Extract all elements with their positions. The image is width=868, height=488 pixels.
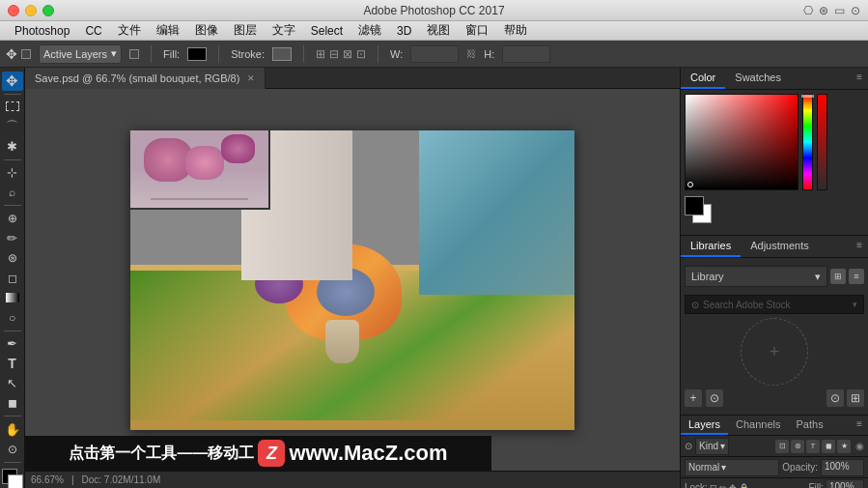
text-tool[interactable]: T xyxy=(2,354,23,373)
lasso-tool[interactable]: ⌒ xyxy=(2,117,23,136)
eyedropper-tool[interactable]: ⌕ xyxy=(2,183,23,202)
brush-tool[interactable]: ✏ xyxy=(2,228,23,247)
stroke-color-swatch[interactable] xyxy=(272,47,292,61)
menu-filter[interactable]: 滤镜 xyxy=(351,21,388,40)
move-tool[interactable]: ✥ xyxy=(2,72,23,91)
tab-close-button[interactable]: ✕ xyxy=(247,73,255,83)
filter-toggle[interactable]: ◉ xyxy=(855,441,864,451)
height-input[interactable] xyxy=(502,45,550,63)
color-picker-controls xyxy=(685,94,864,190)
battery-icon: ▭ xyxy=(834,4,845,17)
tab-libraries[interactable]: Libraries xyxy=(681,236,741,257)
library-icon-2[interactable]: ⊞ xyxy=(847,389,864,407)
pen-tool[interactable]: ✒ xyxy=(2,334,23,354)
close-button[interactable] xyxy=(8,5,19,16)
dodge-tool[interactable]: ○ xyxy=(2,308,23,328)
eraser-tool[interactable]: ◻ xyxy=(2,269,23,288)
filter-type-icon[interactable]: T xyxy=(806,440,820,453)
alpha-slider[interactable] xyxy=(817,94,827,190)
align-center-icon[interactable]: ⊟ xyxy=(329,47,339,61)
menu-select[interactable]: Select xyxy=(304,23,350,39)
background-color[interactable] xyxy=(8,474,23,488)
tab-paths[interactable]: Paths xyxy=(789,416,831,435)
menu-file[interactable]: 文件 xyxy=(111,21,148,40)
tab-channels[interactable]: Channels xyxy=(728,416,788,435)
healing-tool[interactable]: ⊕ xyxy=(2,209,23,228)
auto-select-checkbox[interactable] xyxy=(21,49,31,59)
distribute-icon[interactable]: ⊡ xyxy=(356,47,366,61)
fill-input[interactable]: 100% xyxy=(826,479,864,489)
tool-icon-small: ✥ xyxy=(6,46,17,62)
color-panel-menu[interactable]: ≡ xyxy=(851,68,868,89)
layers-dropdown[interactable]: Active Layers ▾ xyxy=(39,44,122,64)
layers-panel-menu[interactable]: ≡ xyxy=(851,416,868,435)
document-canvas xyxy=(130,130,574,430)
document-tab[interactable]: Save.psd @ 66.7% (small bouquet, RGB/8) … xyxy=(25,68,266,89)
hue-slider[interactable] xyxy=(802,94,813,190)
path-select-tool[interactable]: ↖ xyxy=(2,374,23,393)
menu-3d[interactable]: 3D xyxy=(390,23,418,39)
lock-move-icon[interactable]: ✥ xyxy=(729,483,737,489)
align-left-icon[interactable]: ⊞ xyxy=(316,47,325,61)
color-gradient-box[interactable] xyxy=(685,94,798,190)
minimize-button[interactable] xyxy=(25,5,37,16)
menu-bar: Photoshop CC 文件 编辑 图像 图层 文字 Select 滤镜 3D… xyxy=(0,21,868,41)
show-transform-checkbox[interactable] xyxy=(129,49,139,59)
lock-paint-icon[interactable]: ✏ xyxy=(719,483,727,489)
options-bar: ✥ Active Layers ▾ Fill: Stroke: ⊞ ⊟ ⊠ ⊡ … xyxy=(0,41,868,68)
menu-cc[interactable]: CC xyxy=(78,23,108,39)
marquee-icon xyxy=(6,101,19,111)
color-picker[interactable] xyxy=(681,90,868,235)
library-select[interactable]: Library ▾ xyxy=(685,266,827,287)
layers-panel: Layers Channels Paths ≡ ⊙ Kind ▾ ⊡ ⊛ T xyxy=(681,416,868,488)
library-grid-view[interactable]: ⊞ xyxy=(830,269,846,284)
fill-color-swatch[interactable] xyxy=(187,47,207,61)
fg-bg-colors[interactable] xyxy=(2,469,23,488)
filter-adjust-icon[interactable]: ⊛ xyxy=(791,440,804,453)
stock-search-box[interactable]: ⊙ Search Adobe Stock ▾ xyxy=(685,295,864,314)
menu-view[interactable]: 视图 xyxy=(420,21,457,40)
search-icon[interactable]: ⊙ xyxy=(851,4,860,17)
left-toolbar: ✥ ⌒ ✱ ⊹ ⌕ ⊕ ✏ xyxy=(0,68,25,488)
marquee-tool[interactable] xyxy=(2,98,23,117)
hand-tool[interactable]: ✋ xyxy=(2,419,23,439)
align-right-icon[interactable]: ⊠ xyxy=(343,47,352,61)
healing-icon: ⊕ xyxy=(8,212,17,225)
inset-flower-3 xyxy=(221,134,255,163)
width-input[interactable] xyxy=(410,45,459,63)
filter-dropdown[interactable]: Kind ▾ xyxy=(695,438,729,455)
clone-stamp-tool[interactable]: ⊛ xyxy=(2,248,23,268)
foreground-color-swatch[interactable] xyxy=(685,196,704,215)
filter-pixel-icon[interactable]: ⊡ xyxy=(775,440,789,453)
magic-wand-tool[interactable]: ✱ xyxy=(2,137,23,157)
menu-edit[interactable]: 编辑 xyxy=(150,21,186,40)
menu-layer[interactable]: 图层 xyxy=(227,21,264,40)
tab-adjustments[interactable]: Adjustments xyxy=(741,236,819,257)
library-icon-1[interactable]: ⊙ xyxy=(826,389,844,407)
libraries-panel-menu[interactable]: ≡ xyxy=(851,236,868,257)
menu-type[interactable]: 文字 xyxy=(266,21,302,40)
gradient-tool[interactable] xyxy=(2,288,23,307)
menu-help[interactable]: 帮助 xyxy=(497,21,534,40)
filter-smart-icon[interactable]: ★ xyxy=(837,440,851,453)
tab-swatches[interactable]: Swatches xyxy=(725,68,791,89)
lock-transparent-icon[interactable]: ⊡ xyxy=(710,483,717,489)
filter-shape-icon[interactable]: ◼ xyxy=(822,440,835,453)
library-search-btn[interactable]: ⊙ xyxy=(706,389,723,407)
menu-photoshop[interactable]: Photoshop xyxy=(8,23,76,39)
opacity-label: Opacity: xyxy=(782,462,818,473)
crop-tool[interactable]: ⊹ xyxy=(2,162,23,182)
blend-mode-dropdown[interactable]: Normal ▾ xyxy=(685,459,779,476)
menu-window[interactable]: 窗口 xyxy=(459,21,495,40)
zoom-tool[interactable]: ⊙ xyxy=(2,440,23,459)
tab-layers[interactable]: Layers xyxy=(681,416,728,435)
shape-tool[interactable]: ◼ xyxy=(2,394,23,414)
tab-color[interactable]: Color xyxy=(681,68,725,89)
opacity-input[interactable]: 100% xyxy=(821,459,864,476)
add-library-item[interactable]: + xyxy=(685,389,702,407)
maximize-button[interactable] xyxy=(42,5,54,16)
clone-icon: ⊛ xyxy=(8,251,17,265)
lock-all-icon[interactable]: 🔒 xyxy=(739,483,749,489)
library-list-view[interactable]: ≡ xyxy=(849,269,864,284)
menu-image[interactable]: 图像 xyxy=(188,21,225,40)
